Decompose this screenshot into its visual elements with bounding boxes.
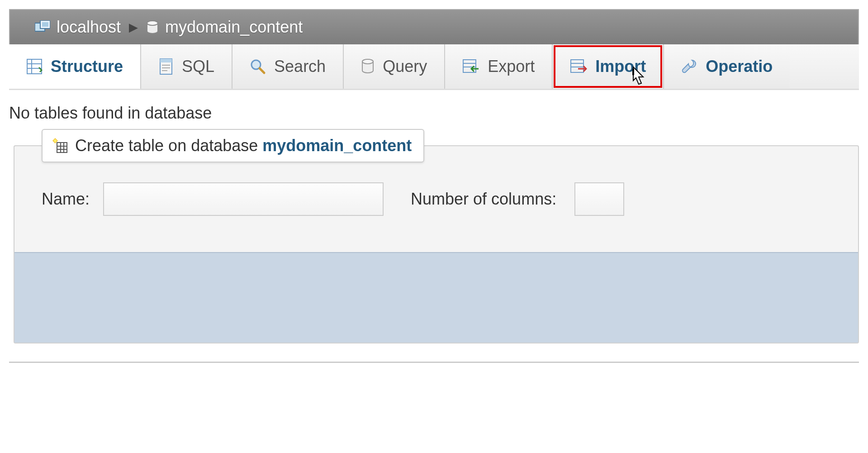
columns-count-input[interactable]	[574, 182, 624, 216]
database-icon	[146, 20, 159, 34]
no-tables-message: No tables found in database	[9, 104, 859, 123]
tab-search-label: Search	[274, 57, 326, 76]
breadcrumb-database-label: mydomain_content	[165, 18, 303, 37]
tab-operations-label: Operatio	[706, 57, 773, 76]
svg-point-17	[362, 59, 373, 64]
import-icon	[570, 59, 587, 74]
panel-footer	[14, 252, 858, 343]
svg-line-15	[260, 68, 264, 73]
svg-rect-21	[571, 60, 583, 72]
breadcrumb-server-label: localhost	[57, 18, 121, 37]
name-label: Name:	[42, 190, 90, 209]
breadcrumb-server[interactable]: localhost	[35, 18, 121, 37]
tab-structure-label: Structure	[51, 57, 123, 76]
create-table-legend: Create table on database mydomain_conten…	[42, 129, 424, 162]
tab-import-label: Import	[595, 57, 646, 76]
create-table-legend-prefix: Create table on database	[75, 136, 258, 155]
server-icon	[35, 20, 50, 34]
table-name-input[interactable]	[103, 182, 384, 216]
divider	[9, 362, 859, 363]
query-icon	[361, 59, 375, 74]
create-table-panel: Create table on database mydomain_conten…	[14, 145, 859, 343]
structure-icon	[26, 58, 43, 75]
tab-query-label: Query	[383, 57, 427, 76]
export-icon	[462, 59, 479, 74]
breadcrumb: localhost ▶ mydomain_content	[9, 9, 859, 44]
svg-point-4	[147, 21, 158, 25]
tab-sql[interactable]: SQL	[141, 44, 232, 89]
svg-rect-25	[57, 143, 67, 153]
svg-rect-2	[42, 22, 48, 27]
create-table-legend-db: mydomain_content	[262, 136, 412, 155]
breadcrumb-arrow-icon: ▶	[129, 20, 138, 34]
tab-operations[interactable]: Operatio	[664, 44, 790, 89]
svg-rect-10	[160, 59, 172, 62]
tab-export[interactable]: Export	[445, 44, 553, 89]
tab-import[interactable]: Import	[553, 44, 664, 89]
breadcrumb-database[interactable]: mydomain_content	[146, 18, 303, 37]
tab-export-label: Export	[488, 57, 535, 76]
new-table-icon	[52, 138, 68, 153]
tab-structure[interactable]: Structure	[9, 44, 141, 89]
tab-bar: Structure SQL Search Query	[9, 44, 859, 90]
tab-query[interactable]: Query	[344, 44, 445, 89]
sql-icon	[158, 58, 174, 75]
tab-search[interactable]: Search	[232, 44, 344, 89]
tab-sql-label: SQL	[182, 57, 214, 76]
search-icon	[250, 58, 266, 75]
columns-label: Number of columns:	[411, 190, 556, 209]
wrench-icon	[681, 58, 697, 75]
